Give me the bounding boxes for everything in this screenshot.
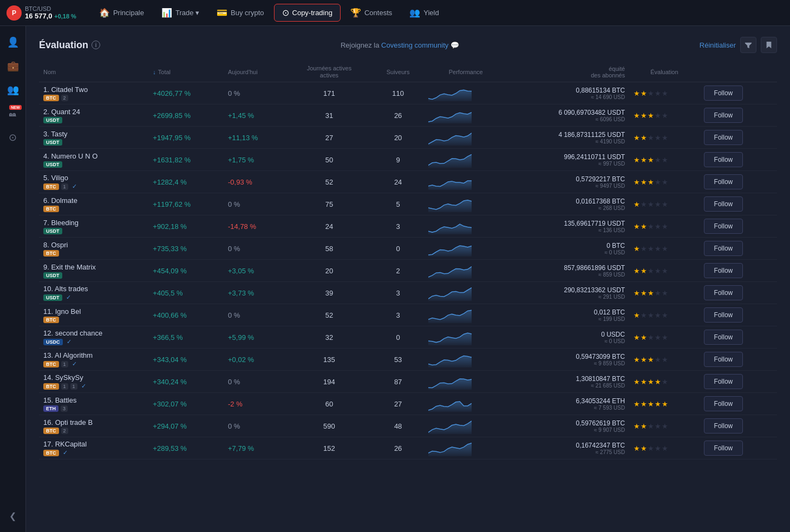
- trader-total: +343,04 %: [148, 349, 224, 371]
- trader-name-cell: 10. Alts trades USDT✓: [39, 282, 148, 304]
- trader-tag: USDC: [43, 339, 63, 345]
- trader-aujourdhui: +3,73 %: [224, 282, 286, 304]
- trader-journees: 60: [286, 393, 372, 415]
- star-empty: ★: [641, 311, 647, 319]
- follow-button[interactable]: Follow: [704, 241, 743, 256]
- nav-buycrypto[interactable]: 💳 Buy crypto: [209, 4, 271, 21]
- star-filled: ★: [641, 156, 647, 164]
- trader-journees: 32: [286, 326, 372, 349]
- total-value: +1282,4 %: [153, 178, 187, 186]
- star-filled: ★: [634, 289, 640, 297]
- equity-main-value: 0,012 BTC: [512, 308, 625, 316]
- trader-performance-chart: [424, 393, 508, 415]
- trader-follow-cell: Follow: [700, 437, 777, 459]
- follow-button[interactable]: Follow: [704, 307, 743, 323]
- trader-stars: ★★★★★: [629, 349, 699, 371]
- sidebar-icon-new[interactable]: 🏘 NEW: [3, 104, 23, 123]
- follow-button[interactable]: Follow: [704, 86, 743, 101]
- bookmark-icon-btn[interactable]: [761, 37, 777, 53]
- trader-total: +2699,85 %: [148, 104, 224, 127]
- journees-value: 24: [325, 222, 333, 231]
- trader-journees: 75: [286, 193, 372, 215]
- trader-suiveurs: 5: [373, 193, 424, 215]
- journees-value: 50: [325, 156, 333, 164]
- follow-button[interactable]: Follow: [704, 130, 743, 145]
- trader-stars: ★★★★★: [629, 82, 699, 104]
- trader-aujourdhui: +0,02 %: [224, 349, 286, 371]
- sidebar-icon-group[interactable]: 👥: [3, 80, 23, 100]
- star-filled: ★: [634, 178, 640, 186]
- trader-stars: ★★★★★: [629, 437, 699, 459]
- trader-tag: USDT: [43, 161, 62, 168]
- follow-button[interactable]: Follow: [704, 174, 743, 189]
- nav-copytrading[interactable]: ⊙ Copy-trading: [274, 4, 341, 22]
- trader-name-cell: 2. Quant 24 USDT: [39, 104, 148, 127]
- col-total[interactable]: ↓ Total: [148, 62, 224, 82]
- follow-button[interactable]: Follow: [704, 374, 743, 389]
- star-filled: ★: [648, 289, 654, 297]
- nav-trade-label: Trade ▾: [175, 9, 199, 17]
- follow-button[interactable]: Follow: [704, 441, 743, 456]
- trader-tag-num: 1: [61, 383, 68, 390]
- star-empty: ★: [648, 222, 654, 231]
- follow-button[interactable]: Follow: [704, 108, 743, 123]
- trader-performance-chart: [424, 215, 508, 238]
- star-empty: ★: [655, 311, 661, 319]
- sidebar-icon-circle[interactable]: ⊙: [3, 128, 23, 147]
- trader-total: +4026,77 %: [148, 82, 224, 104]
- trader-tag: BTC: [43, 317, 59, 323]
- trader-aujourdhui: 0 %: [224, 415, 286, 437]
- journees-value: 75: [325, 200, 333, 208]
- reinitialiser-button[interactable]: Réinitialiser: [700, 41, 736, 49]
- nav-trade[interactable]: 📊 Trade ▾: [154, 4, 207, 21]
- trader-journees: 24: [286, 215, 372, 238]
- topnav: P BTC/USD 16 577,0 +0,18 % 🏠 Principale …: [0, 0, 790, 26]
- trader-equity: 0 USDC ≈ 0 USD: [508, 326, 629, 349]
- trader-journees: 50: [286, 149, 372, 171]
- trader-suiveurs: 87: [373, 371, 424, 393]
- filter-icon-btn[interactable]: [740, 37, 756, 53]
- nav-yield[interactable]: 👥 Yield: [402, 4, 446, 21]
- star-empty: ★: [655, 267, 661, 275]
- follow-button[interactable]: Follow: [704, 418, 743, 434]
- trader-stars: ★★★★★: [629, 371, 699, 393]
- star-empty: ★: [655, 178, 661, 186]
- trader-journees: 152: [286, 437, 372, 459]
- follow-button[interactable]: Follow: [704, 196, 743, 212]
- community-link[interactable]: Covesting community: [381, 41, 448, 49]
- follow-button[interactable]: Follow: [704, 352, 743, 367]
- trader-journees: 52: [286, 171, 372, 193]
- trader-follow-cell: Follow: [700, 260, 777, 282]
- trader-tags: USDT: [43, 117, 144, 123]
- trader-follow-cell: Follow: [700, 371, 777, 393]
- equity-main-value: 0 BTC: [512, 242, 625, 249]
- follow-button[interactable]: Follow: [704, 396, 743, 411]
- sidebar-icon-person-add[interactable]: 👤: [3, 32, 23, 52]
- aujourdhui-value: -0,93 %: [228, 178, 252, 186]
- evaluation-info-icon[interactable]: i: [92, 41, 100, 49]
- sidebar-collapse-arrow[interactable]: ❮: [3, 506, 23, 526]
- nav-contests[interactable]: 🏆 Contests: [343, 4, 400, 21]
- follow-button[interactable]: Follow: [704, 152, 743, 167]
- follow-button[interactable]: Follow: [704, 285, 743, 300]
- follow-button[interactable]: Follow: [704, 263, 743, 278]
- star-empty: ★: [655, 356, 661, 364]
- star-empty: ★: [662, 267, 668, 275]
- follow-button[interactable]: Follow: [704, 219, 743, 234]
- trader-name-cell: 4. Numero U N O USDT: [39, 149, 148, 171]
- follow-button[interactable]: Follow: [704, 330, 743, 345]
- sidebar-icon-briefcase[interactable]: 💼: [3, 56, 23, 76]
- col-equite: équité des abonnés: [508, 62, 629, 82]
- star-empty: ★: [662, 356, 668, 364]
- equity-main-value: 4 186,87311125 USDT: [512, 131, 625, 139]
- trader-total: +340,24 %: [148, 371, 224, 393]
- suiveurs-value: 48: [394, 422, 402, 430]
- trader-performance-chart: [424, 326, 508, 349]
- trader-name: 15. Battles: [43, 396, 144, 404]
- trader-suiveurs: 26: [373, 437, 424, 459]
- trader-tags: BTC: [43, 250, 144, 257]
- table-row: 17. RKCapital BTC✓ +289,53 % +7,79 % 152…: [39, 437, 777, 459]
- trader-total: +294,07 %: [148, 415, 224, 437]
- star-empty: ★: [662, 289, 668, 297]
- nav-principale[interactable]: 🏠 Principale: [92, 4, 152, 21]
